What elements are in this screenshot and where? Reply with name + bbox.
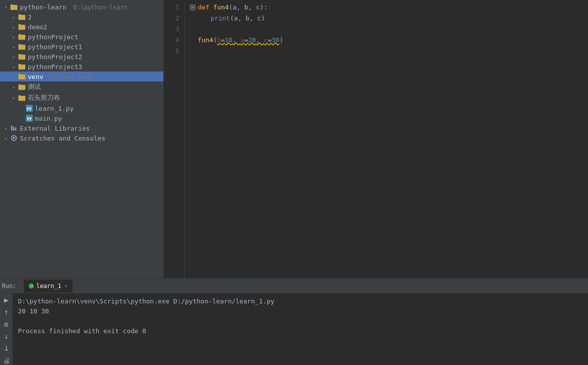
root-label: python-learn D:\python-learn: [20, 3, 161, 11]
main-area: python-learn D:\python-learn 2: [0, 0, 588, 278]
python-file-icon-mainpy: py: [26, 115, 33, 122]
folder-icon-ceshi: [18, 83, 26, 91]
tab-label-learn1: learn_1: [36, 283, 62, 290]
folder-icon-2: [18, 13, 26, 21]
svg-rect-1: [10, 4, 13, 6]
run-label: Run:: [2, 283, 20, 290]
side-toolbar: ▶ ↑ ⚙ ↓ ⤓ 🖨: [0, 293, 13, 365]
expand-arrow-pythonproject1: [10, 43, 18, 51]
item-label-mainpy: main.py: [35, 115, 161, 122]
item-label-pythonproject3: pythonProject3: [28, 63, 161, 71]
expand-arrow-demo2: [10, 23, 18, 31]
item-label-pythonproject2: pythonProject2: [28, 53, 161, 61]
editor-area: 1 2 3 4 5 − def fun4(a, b, c): − print(a…: [164, 0, 588, 278]
tab-run-icon: [29, 284, 34, 289]
code-content[interactable]: − def fun4(a, b, c): − print(a, b, c) − …: [185, 2, 588, 278]
console-output[interactable]: D:\python-learn\venv\Scripts\python.exe …: [13, 293, 588, 365]
sidebar-item-pythonproject3[interactable]: pythonProject3: [0, 62, 163, 72]
item-label-demo2: demo2: [28, 23, 161, 31]
code-line-3: [190, 24, 588, 35]
item-label-pythonproject1: pythonProject1: [28, 43, 161, 51]
svg-rect-13: [18, 64, 21, 66]
sidebar-item-pythonproject[interactable]: pythonProject: [0, 32, 163, 42]
code-editor[interactable]: 1 2 3 4 5 − def fun4(a, b, c): − print(a…: [164, 0, 588, 278]
svg-rect-9: [18, 44, 21, 46]
item-label-pythonproject: pythonProject: [28, 33, 161, 41]
code-line-5: [190, 46, 588, 57]
sidebar-item-pythonproject1[interactable]: pythonProject1: [0, 42, 163, 52]
sidebar-item-extlibs[interactable]: External Libraries: [0, 123, 163, 133]
folder-icon-root: [10, 3, 18, 11]
line-num-1: 1: [164, 2, 179, 13]
tab-close-learn1[interactable]: ×: [64, 283, 68, 289]
item-label-extlibs: External Libraries: [20, 125, 161, 132]
folder-icon-pythonproject: [18, 33, 26, 41]
expand-arrow-extlibs: [2, 124, 10, 132]
expand-arrow-ceshi: [10, 83, 18, 91]
expand-arrow-scratches: [2, 134, 10, 142]
console-line-4: Process finished with exit code 0: [18, 326, 583, 336]
item-label-shitou: 石头剪刀布: [28, 93, 161, 102]
svg-rect-22: [15, 128, 16, 131]
bottom-content-area: ▶ ↑ ⚙ ↓ ⤓ 🖨 D:\python-learn\venv\Scripts…: [0, 293, 588, 365]
bottom-panel: Run: learn_1 × ▶ ↑ ⚙ ↓ ⤓ 🖨 D:\python-lea…: [0, 278, 588, 365]
folder-icon-shitou: [18, 94, 26, 102]
item-label-learn1py: learn_1.py: [35, 105, 161, 112]
console-line-3: [18, 316, 583, 326]
scroll-bottom-button[interactable]: ⤓: [1, 344, 11, 353]
expand-arrow-root: [2, 3, 10, 11]
folder-icon-pythonproject1: [18, 43, 26, 51]
line-num-3: 3: [164, 24, 179, 35]
item-label-scratches: Scratches and Consoles: [20, 135, 161, 142]
expand-arrow-venv: [10, 73, 18, 80]
sidebar-item-demo2[interactable]: demo2: [0, 22, 163, 32]
item-label-ceshi: 测试: [28, 82, 161, 91]
svg-rect-15: [18, 74, 21, 75]
svg-rect-19: [18, 95, 21, 97]
extlib-icon: [10, 124, 18, 132]
bottom-tab-learn1[interactable]: learn_1 ×: [24, 280, 73, 292]
svg-rect-21: [13, 127, 14, 131]
scroll-up-button[interactable]: ↑: [1, 307, 11, 316]
sidebar-item-venv[interactable]: venv library root: [0, 72, 163, 81]
sidebar-item-root[interactable]: python-learn D:\python-learn: [0, 2, 163, 12]
console-line-2: 20 10 30: [18, 306, 583, 316]
collapse-marker-1[interactable]: −: [190, 4, 196, 10]
item-label-2: 2: [28, 13, 161, 21]
folder-icon-venv: [18, 73, 26, 80]
svg-rect-17: [18, 84, 21, 86]
settings-button[interactable]: ⚙: [1, 320, 11, 329]
svg-rect-11: [18, 54, 21, 56]
code-line-1: − def fun4(a, b, c):: [190, 2, 588, 13]
line-num-4: 4: [164, 35, 179, 46]
sidebar-item-learn1py[interactable]: py learn_1.py: [0, 103, 163, 113]
sidebar: python-learn D:\python-learn 2: [0, 0, 164, 278]
svg-point-24: [13, 137, 15, 139]
python-file-icon-learn1py: py: [26, 105, 33, 112]
line-num-5: 5: [164, 46, 179, 57]
svg-rect-7: [18, 34, 21, 36]
sidebar-item-ceshi[interactable]: 测试: [0, 81, 163, 92]
svg-rect-5: [18, 24, 21, 26]
scroll-down-button[interactable]: ↓: [1, 332, 11, 341]
code-line-2: − print(a, b, c): [190, 13, 588, 24]
folder-icon-pythonproject2: [18, 53, 26, 61]
code-line-4: − fun4(b=10, a=20, c=30): [190, 35, 588, 46]
bottom-tabs: Run: learn_1 ×: [0, 279, 588, 293]
item-label-venv: venv library root: [28, 73, 161, 80]
sidebar-item-scratches[interactable]: Scratches and Consoles: [0, 133, 163, 143]
sidebar-item-pythonproject2[interactable]: pythonProject2: [0, 52, 163, 62]
svg-rect-20: [11, 126, 12, 131]
run-button[interactable]: ▶: [1, 295, 11, 304]
folder-icon-pythonproject3: [18, 63, 26, 71]
expand-arrow-pythonproject3: [10, 63, 18, 71]
scratch-icon: [10, 134, 18, 142]
sidebar-item-mainpy[interactable]: py main.py: [0, 113, 163, 123]
print-button[interactable]: 🖨: [1, 356, 11, 365]
svg-rect-3: [18, 14, 21, 16]
expand-arrow-shitou: [10, 94, 18, 102]
sidebar-item-shitou[interactable]: 石头剪刀布: [0, 92, 163, 103]
sidebar-item-2[interactable]: 2: [0, 12, 163, 22]
expand-arrow-pythonproject: [10, 33, 18, 41]
line-numbers: 1 2 3 4 5: [164, 2, 185, 278]
